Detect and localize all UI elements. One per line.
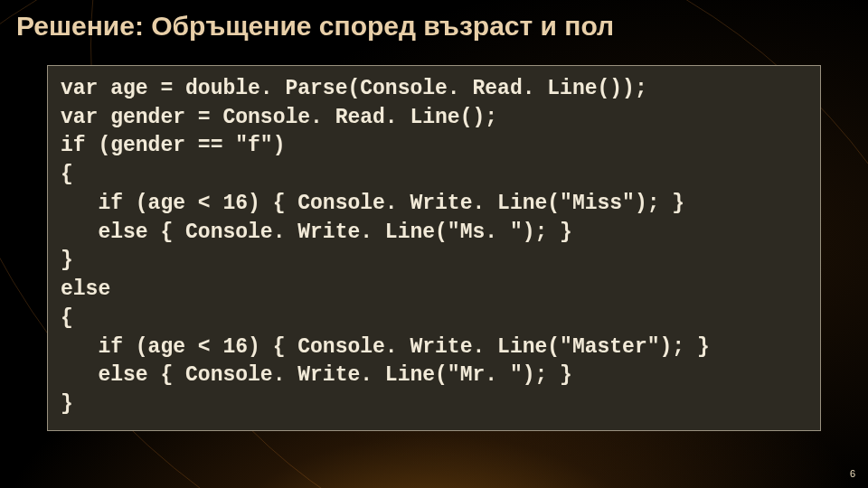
code-line: if (age < 16) { Console. Write. Line("Ma… — [61, 335, 710, 359]
code-line: else { Console. Write. Line("Mr. "); } — [61, 363, 572, 387]
slide-title: Решение: Обръщение според възраст и пол — [16, 11, 614, 42]
code-line: } — [61, 392, 73, 416]
code-line: if (gender == "f") — [61, 134, 285, 157]
code-line: else — [61, 277, 110, 301]
code-block: var age = double. Parse(Console. Read. L… — [47, 65, 821, 431]
code-line: var age = double. Parse(Console. Read. L… — [61, 77, 647, 100]
code-line: { — [61, 306, 73, 330]
code-line: if (age < 16) { Console. Write. Line("Mi… — [61, 192, 684, 215]
code-line: var gender = Console. Read. Line(); — [61, 106, 497, 129]
code-line: { — [61, 163, 73, 186]
code-line: else { Console. Write. Line("Ms. "); } — [61, 221, 572, 244]
code-line: } — [61, 249, 73, 272]
page-number: 6 — [850, 468, 855, 479]
code-content: var age = double. Parse(Console. Read. L… — [61, 75, 807, 419]
